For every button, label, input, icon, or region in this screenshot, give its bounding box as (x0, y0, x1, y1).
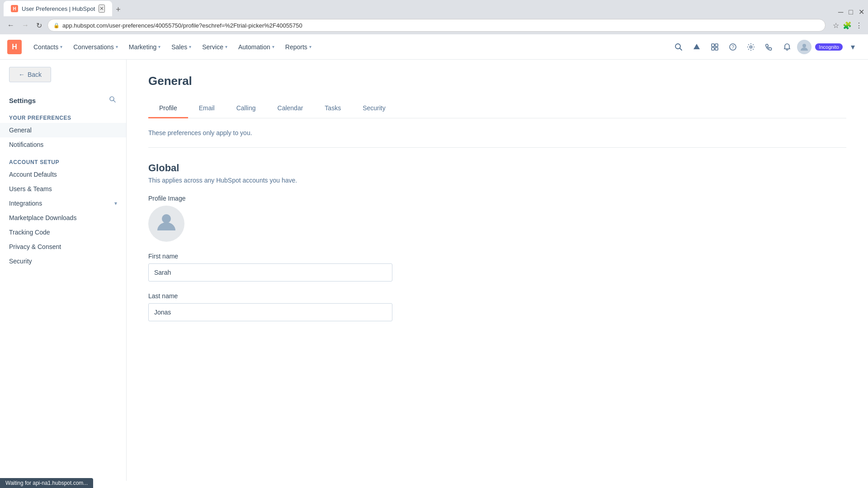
svg-text:?: ? (731, 44, 734, 50)
notifications-button[interactable] (779, 39, 795, 55)
svg-point-10 (802, 44, 806, 47)
nav-conversations[interactable]: Conversations ▾ (69, 41, 123, 53)
chevron-down-icon: ▾ (272, 44, 274, 49)
address-bar-row: ← → ↻ 🔒 app.hubspot.com/user-preferences… (0, 16, 868, 34)
svg-line-1 (680, 48, 682, 50)
tab-favicon: H (11, 5, 18, 12)
sidebar-item-integrations[interactable]: Integrations ▾ (0, 196, 126, 211)
lock-icon: 🔒 (53, 23, 60, 28)
svg-rect-6 (715, 47, 718, 50)
help-button[interactable]: ? (725, 39, 741, 55)
minimize-button[interactable]: ─ (838, 8, 843, 16)
calling-button[interactable] (761, 39, 777, 55)
hubspot-logo[interactable]: H (7, 40, 22, 54)
tab-calendar[interactable]: Calendar (267, 99, 314, 118)
profile-image-label: Profile Image (148, 195, 846, 202)
tab-close-button[interactable]: ✕ (99, 5, 105, 13)
browser-actions: ☆ 🧩 ⋮ (833, 21, 863, 30)
nav-service[interactable]: Service ▾ (198, 41, 232, 53)
bookmark-icon[interactable]: ☆ (833, 21, 839, 30)
svg-rect-3 (712, 44, 714, 47)
url-text: app.hubspot.com/user-preferences/4005575… (62, 22, 302, 29)
search-button[interactable] (670, 39, 687, 55)
hubspot-topnav: H Contacts ▾ Conversations ▾ Marketing ▾… (0, 34, 868, 60)
account-setup-group-title: Account Setup (0, 152, 126, 167)
chevron-down-icon: ▾ (60, 44, 62, 49)
close-button[interactable]: ✕ (859, 8, 864, 16)
sidebar-item-privacy-consent[interactable]: Privacy & Consent (0, 239, 126, 254)
tab-calling[interactable]: Calling (226, 99, 267, 118)
back-button[interactable]: ← Back (9, 67, 51, 82)
tab-tasks[interactable]: Tasks (314, 99, 352, 118)
tabs-bar: Profile Email Calling Calendar Tasks Sec… (148, 99, 846, 118)
settings-button[interactable] (743, 39, 759, 55)
chevron-down-icon: ▾ (116, 44, 118, 49)
sidebar-title: Settings (9, 97, 36, 104)
sidebar-item-tracking-code[interactable]: Tracking Code (0, 225, 126, 239)
first-name-label: First name (148, 253, 846, 260)
first-name-input[interactable] (148, 263, 392, 282)
tab-title: User Preferences | HubSpot (22, 5, 95, 12)
chevron-down-icon: ▾ (309, 44, 311, 49)
reload-button[interactable]: ↻ (34, 19, 44, 32)
svg-marker-2 (693, 44, 700, 49)
profile-image-upload[interactable] (148, 206, 184, 242)
sidebar-item-marketplace-downloads[interactable]: Marketplace Downloads (0, 211, 126, 225)
content-area: General Profile Email Calling Calendar T… (127, 60, 868, 481)
avatar-icon (155, 211, 178, 237)
back-arrow-icon: ← (19, 71, 25, 78)
address-bar[interactable]: 🔒 app.hubspot.com/user-preferences/40055… (47, 19, 826, 32)
chevron-down-icon: ▾ (114, 200, 117, 206)
first-name-group: First name (148, 253, 846, 282)
back-nav-button[interactable]: ← (5, 19, 16, 31)
chevron-down-icon: ▾ (158, 44, 160, 49)
last-name-group: Last name (148, 292, 846, 321)
forward-nav-button[interactable]: → (20, 19, 31, 31)
your-preferences-group-title: Your Preferences (0, 108, 126, 123)
sidebar-item-security[interactable]: Security (0, 254, 126, 268)
sidebar-item-notifications[interactable]: Notifications (0, 137, 126, 152)
nav-sales[interactable]: Sales ▾ (167, 41, 196, 53)
svg-rect-4 (715, 44, 718, 47)
profile-image-group: Profile Image (148, 195, 846, 242)
nav-contacts[interactable]: Contacts ▾ (29, 41, 67, 53)
sidebar: ← Back Settings Your Preferences General… (0, 60, 127, 481)
sidebar-item-users-teams[interactable]: Users & Teams (0, 182, 126, 196)
last-name-input[interactable] (148, 303, 392, 321)
marketplace-button[interactable] (707, 39, 723, 55)
sidebar-header: Settings (0, 91, 126, 108)
topnav-right-actions: ? Incognito ▾ (670, 39, 861, 55)
svg-rect-5 (712, 47, 714, 50)
svg-line-12 (113, 100, 115, 102)
nav-reports[interactable]: Reports ▾ (281, 41, 316, 53)
avatar[interactable] (797, 40, 811, 54)
nav-marketing[interactable]: Marketing ▾ (124, 41, 165, 53)
active-browser-tab[interactable]: H User Preferences | HubSpot ✕ (4, 1, 112, 16)
sidebar-item-general[interactable]: General (0, 123, 126, 137)
sidebar-search-button[interactable] (108, 95, 117, 106)
upgrade-button[interactable] (689, 39, 705, 55)
svg-point-13 (162, 214, 171, 223)
account-menu-chevron[interactable]: ▾ (844, 39, 861, 55)
window-controls: ─ □ ✕ (838, 8, 864, 16)
new-tab-button[interactable]: + (112, 3, 124, 16)
main-layout: ← Back Settings Your Preferences General… (0, 60, 868, 481)
global-section-title: Global (148, 162, 846, 174)
browser-menu-button[interactable]: ⋮ (855, 21, 863, 30)
global-section-desc: This applies across any HubSpot accounts… (148, 177, 846, 184)
tab-description: These preferences only apply to you. (148, 129, 846, 148)
extensions-icon[interactable]: 🧩 (843, 21, 852, 30)
maximize-button[interactable]: □ (849, 8, 853, 16)
nav-automation[interactable]: Automation ▾ (234, 41, 279, 53)
page-title: General (148, 74, 846, 88)
chevron-down-icon: ▾ (189, 44, 191, 49)
chevron-down-icon: ▾ (851, 42, 855, 52)
status-bar: Waiting for api-na1.hubspot.com... (0, 478, 93, 481)
tab-security[interactable]: Security (352, 99, 396, 118)
tab-email[interactable]: Email (188, 99, 226, 118)
last-name-label: Last name (148, 292, 846, 300)
tab-profile[interactable]: Profile (148, 99, 188, 118)
chevron-down-icon: ▾ (225, 44, 227, 49)
top-nav-menu: Contacts ▾ Conversations ▾ Marketing ▾ S… (29, 41, 316, 53)
sidebar-item-account-defaults[interactable]: Account Defaults (0, 167, 126, 182)
